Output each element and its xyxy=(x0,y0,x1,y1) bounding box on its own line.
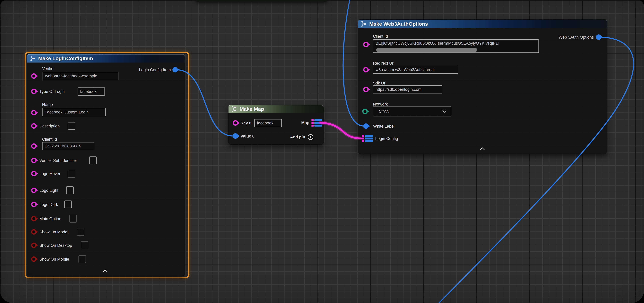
pin-redirect-url[interactable] xyxy=(363,67,368,72)
redirect-url-input[interactable]: w3a://com.w3a.Web3AuthUnreal xyxy=(373,66,458,74)
blueprint-graph-canvas[interactable]: Make LoginConfigItem Login Config Item V… xyxy=(0,0,644,303)
pin-description[interactable] xyxy=(31,123,36,129)
pin-web3auth-options-output[interactable] xyxy=(596,34,601,40)
verifier-label: Verifier xyxy=(42,66,55,71)
output-pin-label: Web 3Auth Options xyxy=(558,35,594,40)
pin-network[interactable] xyxy=(362,109,368,114)
white-label-label: White Label xyxy=(373,124,394,129)
add-pin-button[interactable]: Add pin xyxy=(290,134,314,140)
node-title: Make Web3AuthOptions xyxy=(369,21,428,27)
sdk-url-label: Sdk Url xyxy=(373,81,386,86)
key-0-input[interactable]: facebook xyxy=(254,119,282,127)
node-header[interactable]: Make Map xyxy=(228,105,324,113)
pin-show-on-modal[interactable] xyxy=(31,229,36,234)
main-option-checkbox[interactable] xyxy=(69,215,77,222)
client-id-label: Client Id xyxy=(42,137,57,142)
type-of-login-input[interactable]: facebook xyxy=(78,88,105,96)
node-make-loginconfigitem[interactable]: Make LoginConfigItem Login Config Item V… xyxy=(27,54,184,276)
pin-type-of-login[interactable] xyxy=(31,89,36,94)
show-on-modal-label: Show On Modal xyxy=(40,230,68,234)
sdk-url-input[interactable]: https://sdk.openlogin.com xyxy=(373,85,442,94)
redirect-url-label: Redirect Url xyxy=(373,61,394,66)
verifier-sub-identifier-label: Verifier Sub Identifier xyxy=(40,158,77,163)
show-on-desktop-label: Show On Desktop xyxy=(40,243,72,248)
node-header[interactable]: Make Web3AuthOptions xyxy=(358,20,607,28)
client-id-text: BEglQSgt4cUWcj6SKRdu5QkOXTsePmMcusG5EAoy… xyxy=(376,41,538,46)
collapse-chevron-icon[interactable] xyxy=(102,269,108,273)
type-of-login-label: Type Of Login xyxy=(40,89,65,94)
pin-logo-hover[interactable] xyxy=(31,171,36,176)
logo-hover-label: Logo Hover xyxy=(40,172,60,176)
key-0-label: Key 0 xyxy=(240,121,251,126)
pin-value-0[interactable] xyxy=(233,133,238,139)
logo-dark-label: Logo Dark xyxy=(40,202,58,207)
client-id-input[interactable]: 1222658941886084 xyxy=(42,142,94,150)
pin-client-id[interactable] xyxy=(31,144,36,149)
verifier-input[interactable]: web3auth-facebook-example xyxy=(42,72,118,80)
show-on-desktop-checkbox[interactable] xyxy=(81,242,88,249)
show-on-mobile-label: Show On Mobile xyxy=(40,257,69,262)
pin-logo-light[interactable] xyxy=(31,188,36,193)
logo-dark-input[interactable] xyxy=(64,200,72,208)
logo-light-label: Logo Light xyxy=(40,188,58,193)
description-label: Description xyxy=(40,124,60,128)
map-output-label: Map xyxy=(301,120,309,125)
network-selected-value: CYAN xyxy=(379,109,389,114)
pin-name[interactable] xyxy=(31,110,36,116)
node-title: Make LoginConfigItem xyxy=(38,56,93,61)
pin-login-config-item-output[interactable] xyxy=(172,67,178,72)
pin-verifier-sub-identifier[interactable] xyxy=(31,158,36,163)
node-title: Make Map xyxy=(240,106,264,112)
output-pin-label: Login Config Item xyxy=(139,68,171,72)
pin-sdk-url[interactable] xyxy=(363,87,368,92)
make-struct-icon xyxy=(30,55,36,62)
pin-main-option[interactable] xyxy=(31,216,36,222)
pin-login-config[interactable] xyxy=(362,135,373,142)
network-dropdown[interactable]: CYAN xyxy=(373,106,451,116)
chevron-down-icon xyxy=(442,110,447,113)
client-id-input[interactable]: BEglQSgt4cUWcj6SKRdu5QkOXTsePmMcusG5EAoy… xyxy=(373,40,539,53)
node-make-web3authoptions[interactable]: Make Web3AuthOptions Web 3Auth Options C… xyxy=(358,20,607,154)
main-option-label: Main Option xyxy=(40,216,61,221)
collapse-chevron-icon[interactable] xyxy=(480,147,485,151)
logo-hover-input[interactable] xyxy=(68,170,75,178)
make-struct-icon xyxy=(360,21,367,27)
network-label: Network xyxy=(373,102,388,106)
name-input[interactable]: Facebook Custom Login xyxy=(42,108,106,116)
logo-light-input[interactable] xyxy=(66,186,74,194)
pin-map-output[interactable] xyxy=(312,119,322,126)
pin-verifier[interactable] xyxy=(31,73,36,79)
node-make-map[interactable]: Make Map Key 0 facebook Map Value 0 Add … xyxy=(228,105,324,144)
pin-white-label[interactable] xyxy=(363,124,368,129)
name-label: Name xyxy=(42,102,53,107)
node-header[interactable]: Make LoginConfigItem xyxy=(27,54,184,62)
wire-map-to-login-config-glow xyxy=(320,123,361,138)
pin-key-0[interactable] xyxy=(233,120,238,126)
verifier-sub-identifier-input[interactable] xyxy=(89,156,97,164)
make-map-icon xyxy=(231,106,237,112)
add-pin-plus-icon xyxy=(307,134,314,140)
login-config-label: Login Config xyxy=(375,136,398,141)
window: Make LoginConfigItem Login Config Item V… xyxy=(0,0,644,303)
offscreen-node-top[interactable] xyxy=(196,0,327,2)
pin-client-id[interactable] xyxy=(363,42,368,47)
client-id-label: Client Id xyxy=(373,34,388,39)
show-on-mobile-checkbox[interactable] xyxy=(78,255,86,263)
add-pin-label: Add pin xyxy=(290,135,305,140)
description-input[interactable] xyxy=(68,122,75,130)
pin-show-on-desktop[interactable] xyxy=(31,242,36,248)
show-on-modal-checkbox[interactable] xyxy=(77,228,84,236)
pin-show-on-mobile[interactable] xyxy=(31,256,36,262)
wire-map-to-login-config[interactable] xyxy=(320,123,361,138)
pin-logo-dark[interactable] xyxy=(31,202,36,207)
client-id-scrollbar[interactable] xyxy=(376,48,477,52)
value-0-label: Value 0 xyxy=(240,134,254,138)
